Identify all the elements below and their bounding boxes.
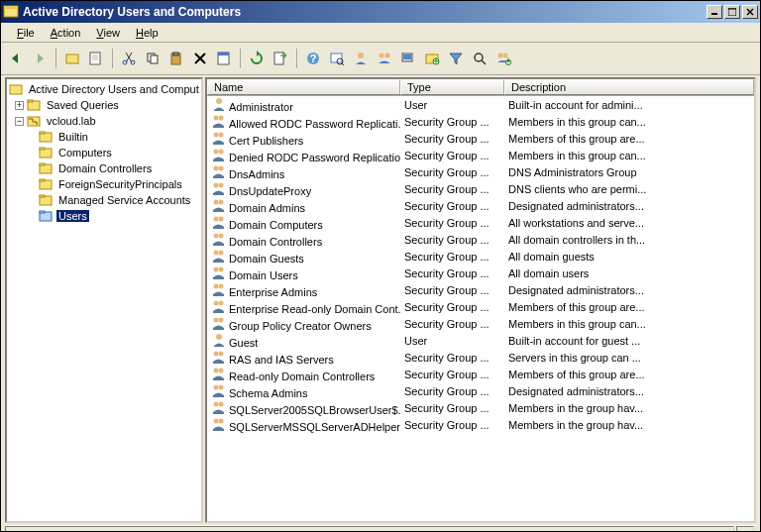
- list-row[interactable]: Domain AdminsSecurity Group ...Designate…: [207, 197, 754, 214]
- svg-point-80: [219, 283, 224, 288]
- domain-icon: [27, 114, 43, 128]
- tree-node-managed-service-accounts[interactable]: Managed Service Accounts: [9, 192, 199, 208]
- group-icon-btn[interactable]: [374, 48, 395, 69]
- col-type[interactable]: Type: [400, 79, 504, 95]
- up-button[interactable]: [61, 48, 83, 69]
- cut-button[interactable]: [118, 48, 140, 69]
- list-row[interactable]: Domain GuestsSecurity Group ...All domai…: [207, 248, 754, 265]
- group-icon: [211, 249, 227, 263]
- svg-point-30: [385, 53, 390, 58]
- group-icon: [211, 282, 227, 296]
- help-button[interactable]: ?: [302, 48, 324, 69]
- list-row[interactable]: DnsUpdateProxySecurity Group ...DNS clie…: [207, 180, 754, 197]
- svg-point-28: [358, 53, 364, 58]
- row-type: Security Group ...: [400, 402, 504, 414]
- properties-icon[interactable]: [213, 48, 235, 69]
- collapse-toggle[interactable]: −: [15, 117, 24, 126]
- svg-point-61: [214, 132, 219, 137]
- delete-button[interactable]: [189, 48, 211, 69]
- svg-rect-22: [274, 53, 283, 64]
- tree-node-computers[interactable]: Computers: [9, 145, 199, 160]
- svg-point-70: [219, 199, 224, 204]
- toolbar: ? + +: [5, 45, 756, 72]
- close-button[interactable]: [742, 5, 758, 19]
- list-row[interactable]: Enterprise Read-only Domain Cont...Secur…: [207, 298, 754, 315]
- svg-rect-57: [40, 211, 45, 213]
- list-row[interactable]: DnsAdminsSecurity Group ...DNS Administr…: [207, 163, 754, 180]
- col-description[interactable]: Description: [504, 79, 754, 95]
- back-button[interactable]: [5, 48, 27, 69]
- row-type: Security Group ...: [400, 217, 504, 229]
- row-name: RAS and IAS Servers: [229, 354, 334, 366]
- list-row[interactable]: SQLServer2005SQLBrowserUser$...Security …: [207, 399, 754, 416]
- find-button[interactable]: [326, 48, 348, 69]
- svg-point-85: [216, 334, 222, 340]
- aduc-icon: [9, 82, 25, 96]
- tree-node-users[interactable]: Users: [9, 208, 199, 224]
- menu-view[interactable]: View: [88, 25, 128, 41]
- maximize-button[interactable]: [724, 5, 740, 19]
- svg-point-83: [214, 317, 219, 322]
- row-desc: All domain users: [504, 267, 754, 279]
- list-header: Name Type Description: [207, 79, 754, 96]
- copy-button[interactable]: [142, 48, 163, 69]
- menu-action[interactable]: Action: [43, 25, 89, 41]
- export-button[interactable]: [270, 48, 291, 69]
- tree-node-foreignsecurityprincipals[interactable]: ForeignSecurityPrincipals: [9, 176, 199, 192]
- list-row[interactable]: SQLServerMSSQLServerADHelper...Security …: [207, 416, 754, 433]
- list-row[interactable]: Enterprise AdminsSecurity Group ...Desig…: [207, 281, 754, 298]
- user-icon: [211, 97, 227, 111]
- list-row[interactable]: Allowed RODC Password Replicati...Securi…: [207, 113, 754, 130]
- svg-point-75: [214, 250, 219, 255]
- svg-point-95: [219, 418, 224, 423]
- refresh-button[interactable]: [246, 48, 268, 69]
- row-type: Security Group ...: [400, 267, 504, 279]
- svg-rect-53: [40, 179, 45, 181]
- add-ou-button[interactable]: +: [421, 48, 443, 69]
- svg-rect-17: [173, 53, 178, 55]
- list-row[interactable]: Denied RODC Password Replicatio...Securi…: [207, 147, 754, 163]
- list-row[interactable]: Read-only Domain ControllersSecurity Gro…: [207, 366, 754, 382]
- svg-point-77: [214, 266, 219, 271]
- list-row[interactable]: Group Policy Creator OwnersSecurity Grou…: [207, 315, 754, 332]
- list-row[interactable]: AdministratorUserBuilt-in account for ad…: [207, 96, 754, 113]
- search-button[interactable]: [469, 48, 490, 69]
- tree-domain[interactable]: − vcloud.lab: [9, 113, 199, 129]
- list-row[interactable]: GuestUserBuilt-in account for guest ...: [207, 332, 754, 349]
- list-row[interactable]: Schema AdminsSecurity Group ...Designate…: [207, 382, 754, 399]
- list-row[interactable]: Domain ControllersSecurity Group ...All …: [207, 231, 754, 248]
- paste-button[interactable]: [165, 48, 187, 69]
- svg-point-84: [219, 317, 224, 322]
- add-computer-button[interactable]: [397, 48, 419, 69]
- menu-help[interactable]: Help: [128, 25, 166, 41]
- svg-point-79: [214, 283, 219, 288]
- list-row[interactable]: Domain ComputersSecurity Group ...All wo…: [207, 214, 754, 231]
- tree-node-builtin[interactable]: Builtin: [9, 129, 199, 145]
- svg-text:?: ?: [310, 53, 317, 64]
- expand-toggle[interactable]: +: [15, 101, 24, 110]
- col-name[interactable]: Name: [207, 79, 400, 95]
- minimize-button[interactable]: [707, 5, 722, 19]
- filter-button[interactable]: [445, 48, 467, 69]
- list-row[interactable]: Cert PublishersSecurity Group ...Members…: [207, 130, 754, 147]
- tree-panel[interactable]: Active Directory Users and Comput + Save…: [5, 77, 203, 523]
- forward-button[interactable]: [29, 48, 51, 69]
- menu-file[interactable]: File: [9, 25, 43, 41]
- svg-point-72: [219, 216, 224, 221]
- tree-saved-queries[interactable]: + Saved Queries: [9, 97, 199, 113]
- list-row[interactable]: RAS and IAS ServersSecurity Group ...Ser…: [207, 349, 754, 366]
- add-group-button[interactable]: +: [492, 48, 514, 69]
- tree-root[interactable]: Active Directory Users and Comput: [9, 81, 199, 97]
- group-icon: [211, 266, 227, 279]
- tree-root-label: Active Directory Users and Comput: [27, 83, 201, 95]
- row-type: Security Group ...: [400, 251, 504, 263]
- list-row[interactable]: Domain UsersSecurity Group ...All domain…: [207, 265, 754, 281]
- tree-node-domain-controllers[interactable]: Domain Controllers: [9, 160, 199, 176]
- row-name: Domain Users: [229, 269, 298, 281]
- properties-button[interactable]: [85, 48, 107, 69]
- svg-rect-49: [40, 148, 45, 150]
- group-icon: [211, 232, 227, 246]
- user-icon[interactable]: [350, 48, 372, 69]
- list-body[interactable]: AdministratorUserBuilt-in account for ad…: [207, 96, 754, 521]
- row-desc: Members in the group hav...: [504, 402, 754, 414]
